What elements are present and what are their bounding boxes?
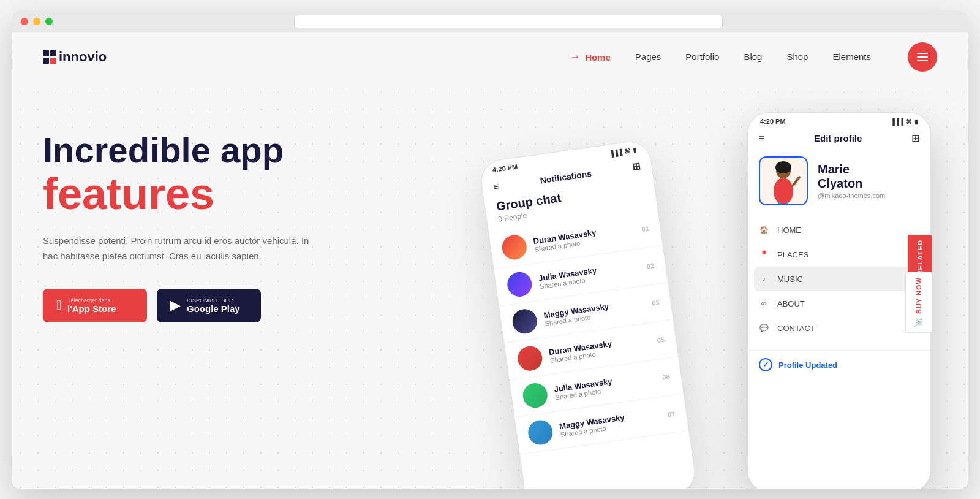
chat-info-3: Maggy Wasavsky Shared a photo [543,296,646,327]
chat-num-3: 03 [652,299,660,307]
chat-info-1: Duran Wasavsky Shared a photo [533,223,636,253]
url-bar[interactable] [294,15,723,28]
svg-line-7 [793,177,799,185]
contact-menu-label: CONTACT [777,324,815,333]
logo-icon [43,50,56,64]
window-frame: innovio → Home Pages Portfolio Blog [12,10,968,489]
googleplay-sub-label: DISPONIBLE SUR [187,297,240,303]
back-menu-icon: ≡ [492,181,500,192]
svg-point-6 [775,161,791,173]
chat-num-1: 01 [641,225,650,234]
nav-item-portfolio[interactable]: Portfolio [685,51,719,63]
nav-item-blog[interactable]: Blog [744,51,762,63]
nav-item-pages[interactable]: Pages [635,51,662,63]
appstore-main-label: l'App Store [67,303,116,314]
profile-avatar-section: MarieClyaton @mikado-themes.com [748,149,930,213]
chat-info-5: Julia Wasavsky Shared a photo [554,370,657,401]
nav-link-blog[interactable]: Blog [744,51,762,62]
chat-list: Duran Wasavsky Shared a photo 01 Julia W… [489,208,688,454]
profile-menu: 🏠 HOME 📍 PLACES ♪ MUSIC ∞ [748,213,930,345]
hero-title-line1: Incredible app [43,130,284,170]
phone-front-status-icons: ▐▐▐ ⌘ ▮ [891,118,918,125]
profile-menu-music[interactable]: ♪ MUSIC [754,267,924,291]
chat-avatar-2 [506,270,533,298]
nav-item-shop[interactable]: Shop [786,51,808,63]
nav-links: → Home Pages Portfolio Blog Shop Elem [570,51,871,63]
title-bar [12,10,968,32]
chat-num-5: 06 [662,373,671,381]
buynow-label: BUY NOW [915,277,922,314]
googleplay-button[interactable]: ▶ DISPONIBLE SUR Google Play [157,289,261,322]
appstore-button[interactable]:  Télécharger dans l'App Store [43,289,147,322]
front-battery-icon: ▮ [914,118,918,125]
profile-figure [765,158,802,204]
wifi-icon: ⌘ [624,147,631,154]
minimize-dot[interactable] [33,18,40,25]
appstore-label: Télécharger dans l'App Store [67,297,116,314]
profile-updated-label: Profile Updated [778,360,837,370]
nav-arrow-icon: → [570,51,580,63]
cart-icon: 🛒 [914,318,923,327]
svg-rect-0 [43,50,49,56]
signal-icon: ▐▐▐ [609,148,623,157]
svg-point-4 [774,178,793,204]
nav-item-home[interactable]: → Home [570,51,611,63]
battery-icon: ▮ [633,147,637,154]
related-label: RELATED [916,240,924,275]
music-menu-label: MUSIC [777,275,803,284]
maximize-dot[interactable] [45,18,53,25]
nav-link-home[interactable]: → Home [570,51,611,63]
front-signal-icon: ▐▐▐ [891,118,903,125]
profile-info: MarieClyaton @mikado-themes.com [818,162,885,199]
profile-header: ≡ Edit profile ⊞ [748,128,930,149]
phone-front-status-bar: 4:20 PM ▐▐▐ ⌘ ▮ [748,113,930,128]
googleplay-main-label: Google Play [187,303,240,314]
profile-name: MarieClyaton [818,162,885,191]
logo[interactable]: innovio [43,49,107,65]
home-menu-label: HOME [777,226,801,235]
profile-menu-places[interactable]: 📍 PLACES [748,242,930,267]
svg-rect-1 [50,50,56,56]
phones-container: 4:20 PM ▐▐▐ ⌘ ▮ ≡ Notifications ⊞ Group … [502,112,931,489]
chat-avatar-1 [500,234,528,261]
phone-back-status-icons: ▐▐▐ ⌘ ▮ [609,147,637,157]
phone-back-time: 4:20 PM [492,163,518,174]
profile-menu-contact[interactable]: 💬 CONTACT [748,316,930,340]
nav-link-pages[interactable]: Pages [635,51,662,62]
chat-num-6: 07 [667,410,676,419]
places-menu-icon: 📍 [759,250,769,259]
hero-text: Incredible app features Suspendisse pote… [43,106,312,322]
nav-item-elements[interactable]: Elements [832,51,871,63]
profile-settings-icon: ⊞ [911,132,919,144]
nav-link-shop[interactable]: Shop [786,51,808,62]
profile-menu-icon: ≡ [759,133,764,144]
back-filter-icon: ⊞ [631,161,641,173]
chat-info-4: Duran Wasavsky Shared a photo [548,333,651,364]
profile-menu-about[interactable]: ∞ ABOUT [748,291,930,316]
nav-link-portfolio[interactable]: Portfolio [685,51,719,62]
chat-avatar-6 [527,419,554,446]
apple-icon:  [56,297,61,313]
buynow-button[interactable]: 🛒 BUY NOW [905,272,932,333]
appstore-sub-label: Télécharger dans [67,297,116,303]
music-menu-icon: ♪ [759,274,769,284]
chat-num-2: 02 [646,262,655,270]
profile-menu-home[interactable]: 🏠 HOME [748,218,930,242]
hamburger-button[interactable] [908,42,937,72]
svg-line-9 [787,203,788,204]
logo-text: innovio [59,49,107,65]
close-dot[interactable] [21,18,28,25]
phone-back-header-title: Notifications [540,168,592,185]
chat-num-4: 05 [657,336,665,345]
about-menu-icon: ∞ [759,299,769,308]
cta-buttons:  Télécharger dans l'App Store ▶ DISPONI… [43,289,312,322]
hero-section: Incredible app features Suspendisse pote… [12,82,968,322]
profile-email: @mikado-themes.com [818,192,885,199]
about-menu-label: ABOUT [777,299,805,308]
main-content: innovio → Home Pages Portfolio Blog [12,32,968,489]
front-wifi-icon: ⌘ [906,118,912,125]
hamburger-icon [917,53,928,61]
nav-link-elements[interactable]: Elements [832,51,871,62]
svg-rect-3 [50,58,56,64]
chat-avatar-4 [516,345,544,372]
